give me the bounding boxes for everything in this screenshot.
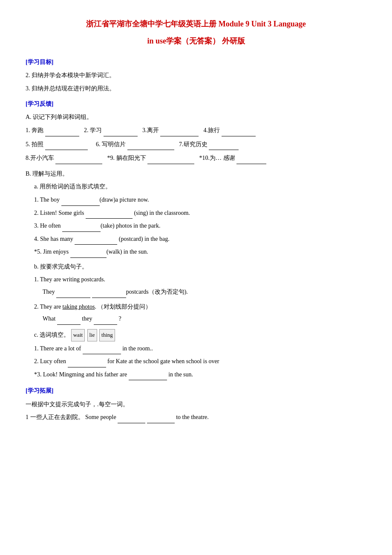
section1-item-1: 2. 归纳并学会本模块中新学词汇。 [26, 70, 366, 81]
page-title-line1: 浙江省平湖市全塘中学七年级英语上册 Module 9 Unit 3 Langua… [26, 17, 366, 31]
section1-header: [学习目标] [26, 57, 366, 67]
vocab-7-blank [209, 143, 239, 150]
vocab-row-1: 1. 奔跑 2. 学习 3.离开 4.旅行 [26, 125, 366, 136]
vocab-9-num: *9. 躺在阳光下 [107, 155, 146, 161]
word-choice-3: thing [99, 329, 115, 341]
transform-1-sentence: 1. They are writing postcards. [26, 274, 366, 286]
section-b-transform-label: b. 按要求完成句子。 [26, 261, 366, 273]
vocab-3-blank [160, 130, 199, 136]
fill-item-3: 3. He often (take) photos in the park. [26, 220, 366, 232]
section3-header: [学习拓展] [26, 385, 366, 396]
section2-header: [学习反馈] [26, 98, 366, 109]
choose-item-1: 1. There are a lot of in the room.. [26, 343, 366, 355]
vocab-1-num: 1. 奔跑 [26, 127, 43, 133]
section-a-fill-label: a. 用所给词的适当形式填空。 [26, 181, 366, 193]
choose-item-2: 2. Lucy often for Kate at the school gat… [26, 356, 366, 367]
choose-item-3: *3. Look! Mingming and his father are in… [26, 369, 366, 381]
vocab-10-num: *10.为… 感谢 [199, 155, 235, 161]
transform-1-answer: They postcards（改为否定句). [26, 286, 366, 298]
vocab-10-blank [236, 157, 266, 164]
expand-instruction: 一根据中文提示完成句子，.每空一词。 [26, 399, 366, 410]
vocab-4-num: 4.旅行 [204, 127, 220, 133]
vocab-5-num: 5. 拍照 [26, 141, 43, 147]
vocab-3-num: 3.离开 [142, 127, 159, 133]
fill-item-5: *5. Jim enjoys (walk) in the sun. [26, 246, 366, 258]
vocab-2-blank [104, 130, 138, 136]
section-b-label: B. 理解与运用。 [26, 168, 366, 180]
expand-item-1: 1 一些人正在去剧院。 Some people to the theatre. [26, 412, 366, 423]
fill-item-4: 4. She has many (postcard) in the bag. [26, 234, 366, 245]
transform-2-answer: What they ? [26, 313, 366, 325]
vocab-2-num: 2. 学习 [84, 127, 102, 133]
word-choice-1: wait [71, 329, 85, 341]
word-choice-2: lie [87, 329, 97, 341]
section-c-choose-label: c. 选词填空。 wait lie thing [26, 329, 366, 341]
vocab-row-2: 5. 拍照 6. 写明信片 7.研究历史 [26, 139, 366, 150]
section1-item-2: 3. 归纳并总结现在进行时的用法。 [26, 83, 366, 95]
page-title-line2: in use学案（无答案） 外研版 [26, 34, 366, 48]
fill-item-1: 1. The boy (draw)a picture now. [26, 194, 366, 206]
vocab-8-num: 8.开小汽车 [26, 155, 54, 161]
vocab-7-num: 7.研究历史 [179, 141, 208, 147]
vocab-9-blank [147, 157, 194, 164]
vocab-6-num: 6. 写明信片 [96, 141, 126, 147]
vocab-1-blank [45, 130, 79, 136]
vocab-row-3: 8.开小汽车 *9. 躺在阳光下 *10.为… 感谢 [26, 153, 366, 164]
fill-item-2: 2. Listen! Some girls (sing) in the clas… [26, 208, 366, 219]
section-a-label: A. 识记下列单词和词组。 [26, 112, 366, 123]
vocab-5-blank [45, 143, 88, 150]
vocab-6-blank [127, 143, 174, 150]
vocab-4-blank [222, 130, 256, 136]
vocab-8-blank [55, 157, 102, 164]
transform-2-sentence: 2. They are taking photos. （对划线部分提问） [26, 301, 366, 313]
